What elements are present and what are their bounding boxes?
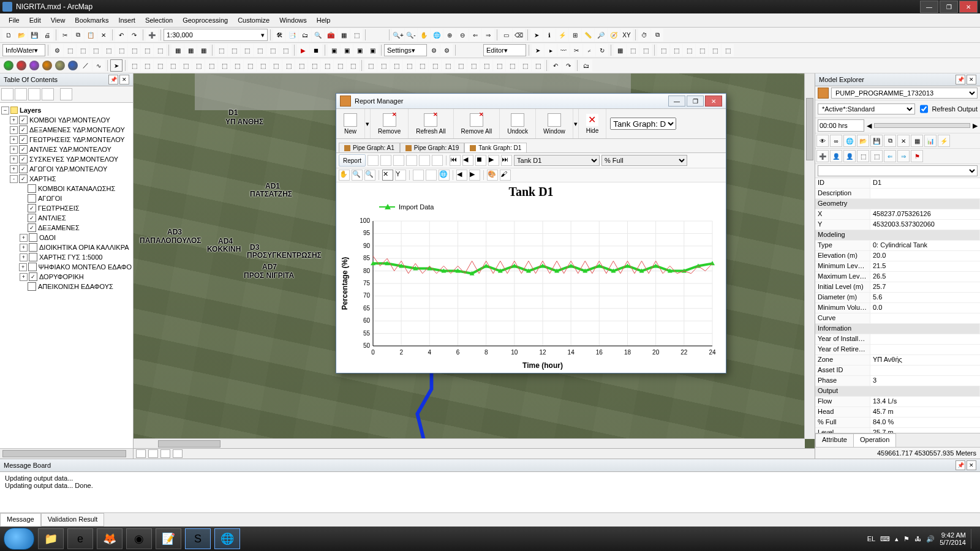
editor-dropdown[interactable]: Editor ▾ bbox=[483, 44, 526, 56]
edit-more-2[interactable]: ⬚ bbox=[670, 44, 682, 56]
show-desktop[interactable] bbox=[971, 529, 976, 549]
sketch-props-icon[interactable]: ⬚ bbox=[627, 44, 639, 56]
next-extent-icon[interactable]: ⇒ bbox=[482, 29, 494, 41]
menu-selection[interactable]: Selection bbox=[140, 15, 178, 26]
layer-item[interactable]: ΑΠΕΙΚΟΝΙΣΗ ΕΔΑΦΟΥΣ bbox=[1, 282, 132, 291]
mex-tb1-3[interactable]: 🌐 bbox=[843, 135, 856, 147]
node-olive-icon[interactable] bbox=[55, 61, 65, 70]
toc-icon[interactable]: 📑 bbox=[286, 29, 298, 41]
t3-icon-3[interactable]: ⬚ bbox=[154, 59, 166, 72]
layer-item[interactable]: -ΧΑΡΤΗΣ bbox=[1, 174, 132, 184]
layer-item[interactable]: +ΑΝΤΛΙΕΣ ΥΔΡ.ΜΟΝΤΕΛΟΥ bbox=[1, 144, 132, 154]
rm-tool-2[interactable] bbox=[380, 155, 391, 166]
edit-more-5[interactable]: ⬚ bbox=[709, 44, 721, 56]
t3-icon-6[interactable]: ⬚ bbox=[192, 59, 205, 72]
edit-tool-icon[interactable]: ➤ bbox=[532, 44, 544, 56]
rm-tab-tank-d1[interactable]: Tank Graph: D1 bbox=[464, 143, 527, 152]
t3-icon-20[interactable]: ⬚ bbox=[377, 59, 390, 72]
lang-indicator[interactable]: EL bbox=[867, 535, 875, 542]
toc-close-icon[interactable]: ✕ bbox=[119, 75, 129, 84]
layer-item[interactable]: +ΔΟΡΥΦΟΡΙΚΗ bbox=[1, 272, 132, 282]
mex-tb2-6[interactable]: ⇐ bbox=[884, 150, 896, 162]
close-button[interactable]: ✕ bbox=[959, 1, 978, 13]
mex-element-select[interactable] bbox=[818, 165, 978, 176]
mex-tb1-4[interactable]: 📂 bbox=[857, 135, 869, 147]
iw-output-4[interactable]: ▣ bbox=[366, 44, 379, 56]
rm-close[interactable]: ✕ bbox=[705, 96, 722, 107]
settings-icon-2[interactable]: ⚙ bbox=[440, 44, 453, 56]
mex-tb1-10[interactable]: ⚡ bbox=[938, 135, 950, 147]
rm-nav-prev[interactable]: ◀ bbox=[462, 155, 473, 166]
toc-list-by-visibility-icon[interactable] bbox=[28, 88, 40, 100]
select-features-icon[interactable]: ▭ bbox=[500, 29, 512, 41]
layer-item[interactable]: +ΧΑΡΤΗΣ ΓΥΣ 1:5000 bbox=[1, 252, 132, 262]
refresh-output-checkbox[interactable]: Refresh Output bbox=[918, 102, 978, 116]
map-hscroll[interactable] bbox=[134, 438, 805, 449]
rm-minimize[interactable]: — bbox=[668, 96, 685, 107]
open-icon[interactable]: 📂 bbox=[15, 29, 28, 41]
layer-tree[interactable]: −Layers+ΚΟΜΒΟΙ ΥΔΡ.ΜΟΝΤΕΛΟΥ+ΔΕΞΑΜΕΝΕΣ ΥΔ… bbox=[0, 103, 133, 448]
settings-dropdown[interactable]: Settings ▾ bbox=[384, 44, 427, 56]
time-slider-icon[interactable]: ⏱ bbox=[638, 29, 650, 41]
property-row[interactable]: Minimum Volume (m3)0.0 bbox=[815, 303, 980, 313]
property-row[interactable]: Geometry bbox=[815, 199, 980, 209]
dataview-icon[interactable] bbox=[136, 449, 146, 458]
save-icon[interactable]: 💾 bbox=[28, 29, 40, 41]
rm-tab-pipe-a1[interactable]: Pipe Graph: A1 bbox=[339, 143, 400, 152]
layer-item[interactable]: ΓΕΩΤΡΗΣΕΙΣ bbox=[1, 203, 132, 213]
paste-icon[interactable]: 📋 bbox=[85, 29, 97, 41]
rm-window-button[interactable]: Window bbox=[536, 109, 573, 138]
mex-tb1-5[interactable]: 💾 bbox=[870, 135, 883, 147]
rm-t2-next[interactable]: ▶ bbox=[469, 170, 480, 181]
new-doc-icon[interactable]: 🗋 bbox=[2, 29, 15, 41]
property-row[interactable]: Head45.7 m bbox=[815, 407, 980, 418]
rm-nav-stop[interactable]: ⏹ bbox=[475, 155, 486, 166]
mex-pin-icon[interactable]: 📌 bbox=[956, 75, 965, 84]
notepad-icon[interactable]: 📝 bbox=[156, 528, 181, 549]
t3-icon-25[interactable]: ⬚ bbox=[442, 59, 454, 72]
iw-map-3[interactable]: ⬚ bbox=[241, 44, 253, 56]
property-row[interactable]: Maximum Level (m)26.5 bbox=[815, 272, 980, 282]
layer-item[interactable]: +ΔΕΞΑΜΕΝΕΣ ΥΔΡ.ΜΟΝΤΕΛΟΥ bbox=[1, 125, 132, 135]
skype-icon[interactable]: S bbox=[185, 528, 211, 549]
pan-icon[interactable]: ✋ bbox=[418, 29, 430, 41]
edit-more-4[interactable]: ⬚ bbox=[696, 44, 708, 56]
t3-icon-23[interactable]: ⬚ bbox=[416, 59, 428, 72]
iw-output-1[interactable]: ▣ bbox=[328, 44, 340, 56]
select-elements-icon[interactable]: ➤ bbox=[530, 29, 543, 41]
tab-operation[interactable]: Operation bbox=[853, 433, 896, 447]
arcmap-taskbar-icon[interactable]: 🌐 bbox=[214, 528, 240, 549]
rm-yfield-select[interactable]: % Full bbox=[601, 155, 687, 166]
iw-icon-8[interactable]: ⬚ bbox=[141, 44, 153, 56]
menu-file[interactable]: File bbox=[4, 15, 24, 26]
tab-validation[interactable]: Validation Result bbox=[41, 513, 105, 527]
menu-help[interactable]: Help bbox=[312, 15, 336, 26]
hyperlink-icon[interactable]: ⚡ bbox=[556, 29, 568, 41]
mex-tb2-4[interactable]: ⬚ bbox=[857, 150, 869, 162]
start-button[interactable] bbox=[4, 528, 34, 550]
mex-tb1-2[interactable]: ∞ bbox=[830, 135, 842, 147]
t3-icon-9[interactable]: ⬚ bbox=[231, 59, 243, 72]
property-row[interactable]: Description bbox=[815, 189, 980, 199]
time-next-icon[interactable]: ▶ bbox=[973, 122, 978, 130]
create-features-icon[interactable]: ⬚ bbox=[639, 44, 652, 56]
keyboard-icon[interactable]: ⌨ bbox=[880, 535, 890, 543]
edit-rotate-icon[interactable]: ↻ bbox=[596, 44, 608, 56]
node-red-icon[interactable] bbox=[17, 61, 26, 70]
edit-split-icon[interactable]: ⌿ bbox=[583, 44, 595, 56]
model-builder-icon[interactable]: ⬚ bbox=[350, 29, 363, 41]
rm-t2-2[interactable] bbox=[426, 170, 437, 181]
redo-icon[interactable]: ↷ bbox=[128, 29, 140, 41]
layer-item[interactable]: +ΣΥΣΚΕΥΕΣ ΥΔΡ.ΜΟΝΤΕΛΟΥ bbox=[1, 154, 132, 164]
measure-icon[interactable]: 📏 bbox=[582, 29, 594, 41]
node-blue-icon[interactable] bbox=[68, 61, 78, 70]
iw-output-2[interactable]: ▣ bbox=[341, 44, 353, 56]
rm-globe-icon[interactable]: 🌐 bbox=[439, 170, 450, 181]
t3-icon-17[interactable]: ⬚ bbox=[334, 59, 346, 72]
rm-t2-prev[interactable]: ◀ bbox=[456, 170, 467, 181]
t3-icon-31[interactable]: ⬚ bbox=[519, 59, 531, 72]
toc-options-icon[interactable] bbox=[60, 88, 72, 100]
layer-item[interactable]: ΚΟΜΒΟΙ ΚΑΤΑΝΑΛΩΣΗΣ bbox=[1, 184, 132, 193]
mex-tb2-3[interactable]: 👤 bbox=[843, 150, 856, 162]
property-row[interactable]: Modeling bbox=[815, 230, 980, 241]
